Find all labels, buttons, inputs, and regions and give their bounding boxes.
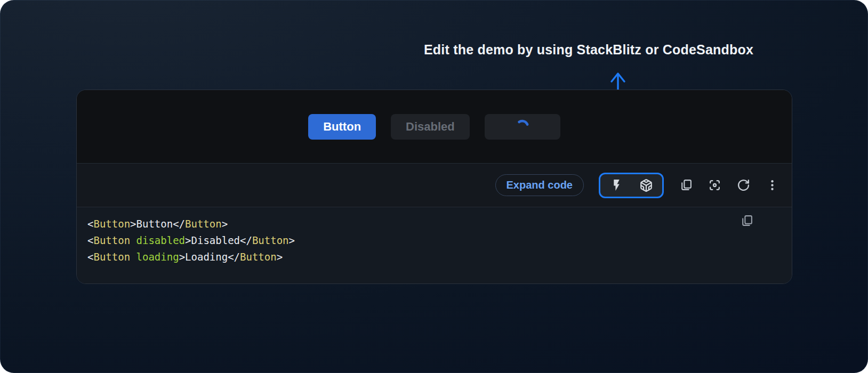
refresh-icon[interactable]	[736, 179, 750, 192]
code-line: <Button>Button</Button>	[87, 216, 781, 232]
copy-snippet-icon[interactable]	[740, 214, 753, 228]
expand-code-button[interactable]: Expand code	[495, 174, 584, 196]
code-line: <Button disabled>Disabled</Button>	[87, 232, 781, 249]
loading-spinner-icon	[515, 119, 529, 134]
copy-code-icon[interactable]	[679, 179, 693, 192]
demo-disabled-button: Disabled	[391, 114, 470, 140]
page: Edit the demo by using StackBlitz or Cod…	[0, 0, 868, 373]
demo-card: Button Disabled Expand code	[76, 90, 792, 284]
stackblitz-lightning-icon[interactable]	[609, 179, 623, 192]
code-lines: <Button>Button</Button><Button disabled>…	[87, 216, 781, 265]
annotation-text: Edit the demo by using StackBlitz or Cod…	[424, 42, 776, 58]
kebab-menu-icon[interactable]	[765, 179, 779, 192]
code-line: <Button loading>Loading</Button>	[87, 249, 781, 265]
demo-loading-button	[485, 114, 560, 140]
center-focus-icon[interactable]	[708, 179, 721, 192]
demo-preview: Button Disabled	[77, 90, 792, 163]
demo-toolbar: Expand code	[77, 163, 792, 207]
demo-primary-button[interactable]: Button	[308, 114, 376, 140]
code-block: <Button>Button</Button><Button disabled>…	[77, 207, 792, 283]
codesandbox-cube-icon[interactable]	[639, 179, 653, 192]
edit-demo-highlight-group	[599, 173, 664, 198]
